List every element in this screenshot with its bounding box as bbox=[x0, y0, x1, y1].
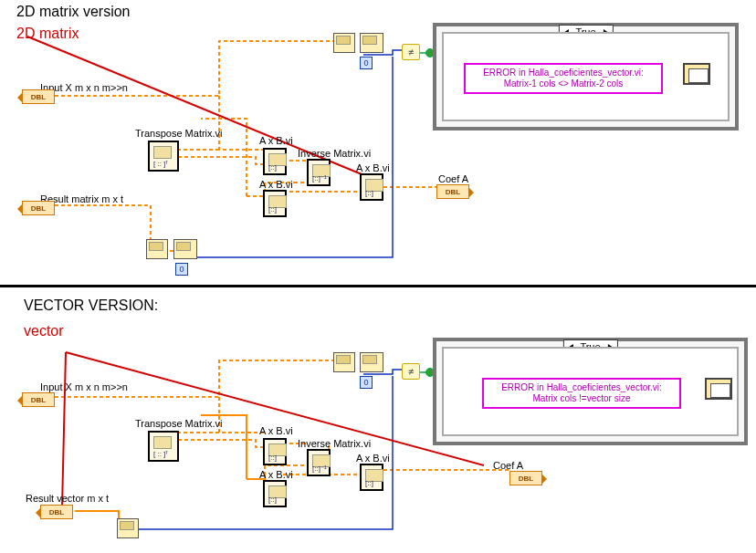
axb1-vi-v[interactable]: [::] bbox=[263, 438, 287, 465]
zero-constant-1[interactable]: 0 bbox=[360, 57, 373, 69]
error-string-constant[interactable]: ERROR in Halla_coeficientes_vector.vi: M… bbox=[464, 63, 663, 94]
section-2d-matrix: 2D matrix version 2D matrix Input X m x … bbox=[0, 0, 756, 285]
array-size-icon-v2[interactable] bbox=[117, 518, 139, 538]
coef-a-label: Coef A bbox=[438, 173, 468, 184]
terminal-text: DBL bbox=[31, 93, 46, 101]
terminal-text: DBL bbox=[519, 475, 533, 483]
error-line1: ERROR in Halla_coeficientes_vector.vi: bbox=[471, 68, 656, 78]
transpose-label: Transpose Matrix.vi bbox=[135, 128, 223, 139]
zero-constant-v[interactable]: 0 bbox=[360, 376, 373, 389]
array-size-icon[interactable] bbox=[333, 33, 355, 53]
coef-a-label-v: Coef A bbox=[493, 460, 523, 471]
inverse-matrix-vi[interactable]: [::]⁻¹ bbox=[307, 159, 331, 186]
not-equal-icon[interactable]: ≠ bbox=[402, 44, 420, 60]
case-frame-v: ERROR in Halla_coeficientes_vector.vi: M… bbox=[442, 347, 739, 436]
index-array-icon-2[interactable] bbox=[173, 239, 197, 259]
section-divider bbox=[0, 285, 756, 287]
axb2-vi-v[interactable]: [::] bbox=[263, 480, 287, 507]
section-title: 2D matrix version bbox=[16, 4, 130, 20]
coef-a-terminal-v[interactable]: DBL bbox=[509, 471, 542, 485]
inverse-label: Inverse Matrix.vi bbox=[298, 148, 371, 159]
terminal-text: DBL bbox=[31, 396, 46, 404]
red-annotation-2d: 2D matrix bbox=[16, 26, 79, 42]
coef-a-terminal[interactable]: DBL bbox=[436, 184, 469, 199]
error-line2: Matrix-1 cols <> Matrix-2 cols bbox=[471, 78, 656, 89]
result-vector-terminal[interactable]: DBL bbox=[40, 505, 73, 519]
case-structure-v[interactable]: True ERROR in Halla_coeficientes_vector.… bbox=[433, 338, 748, 445]
error-string-constant-v[interactable]: ERROR in Halla_coeficientes_vector.vi: M… bbox=[482, 378, 681, 409]
inverse-matrix-vi-v[interactable]: [::]⁻¹ bbox=[307, 449, 331, 476]
input-x-terminal[interactable]: DBL bbox=[22, 89, 55, 104]
input-x-terminal-v[interactable]: DBL bbox=[22, 392, 55, 407]
axb3-vi-v[interactable]: [::] bbox=[360, 464, 383, 491]
terminal-text: DBL bbox=[31, 204, 46, 213]
axb1-label: A x B.vi bbox=[259, 135, 293, 146]
result-vector-label: Result vector m x t bbox=[26, 493, 109, 504]
case-structure[interactable]: True ERROR in Halla_coeficientes_vector.… bbox=[433, 23, 739, 130]
error-line2-v: Matrix cols !=vector size bbox=[489, 393, 674, 404]
axb2-vi[interactable]: [::] bbox=[263, 190, 287, 217]
axb3-vi[interactable]: [::] bbox=[360, 173, 383, 201]
zero-constant-2[interactable]: 0 bbox=[175, 263, 188, 276]
transpose-matrix-vi[interactable]: [ :: ]ᵀ bbox=[148, 141, 179, 172]
red-annotation-vector: vector bbox=[24, 323, 64, 339]
transpose-label-v: Transpose Matrix.vi bbox=[135, 418, 223, 429]
input-x-label-v: Input X m x n m>>n bbox=[40, 381, 128, 392]
axb3-label-v: A x B.vi bbox=[356, 453, 390, 464]
axb2-label-v: A x B.vi bbox=[259, 469, 293, 480]
not-equal-icon-v[interactable]: ≠ bbox=[402, 363, 420, 380]
one-button-dialog-icon[interactable] bbox=[683, 63, 710, 85]
transpose-matrix-vi-v[interactable]: [ :: ]ᵀ bbox=[148, 431, 179, 462]
inverse-label-v: Inverse Matrix.vi bbox=[298, 438, 371, 449]
case-frame: ERROR in Halla_coeficientes_vector.vi: M… bbox=[442, 32, 730, 121]
axb2-label: A x B.vi bbox=[259, 179, 293, 190]
axb1-vi[interactable]: [::] bbox=[263, 148, 287, 175]
array-size-icon-2[interactable] bbox=[146, 239, 168, 259]
index-array-icon[interactable] bbox=[360, 33, 383, 53]
section-vector: VECTOR VERSION: vector Input X m x n m>>… bbox=[0, 290, 756, 553]
terminal-text: DBL bbox=[446, 188, 460, 196]
axb1-label-v: A x B.vi bbox=[259, 425, 293, 436]
section-title-vector: VECTOR VERSION: bbox=[24, 297, 158, 314]
result-matrix-terminal[interactable]: DBL bbox=[22, 201, 55, 215]
array-size-icon-v[interactable] bbox=[333, 352, 355, 372]
one-button-dialog-icon-v[interactable] bbox=[705, 378, 732, 400]
terminal-text: DBL bbox=[49, 508, 64, 516]
axb3-label: A x B.vi bbox=[356, 162, 390, 173]
index-array-icon-v[interactable] bbox=[360, 352, 383, 372]
error-line1-v: ERROR in Halla_coeficientes_vector.vi: bbox=[489, 382, 674, 393]
